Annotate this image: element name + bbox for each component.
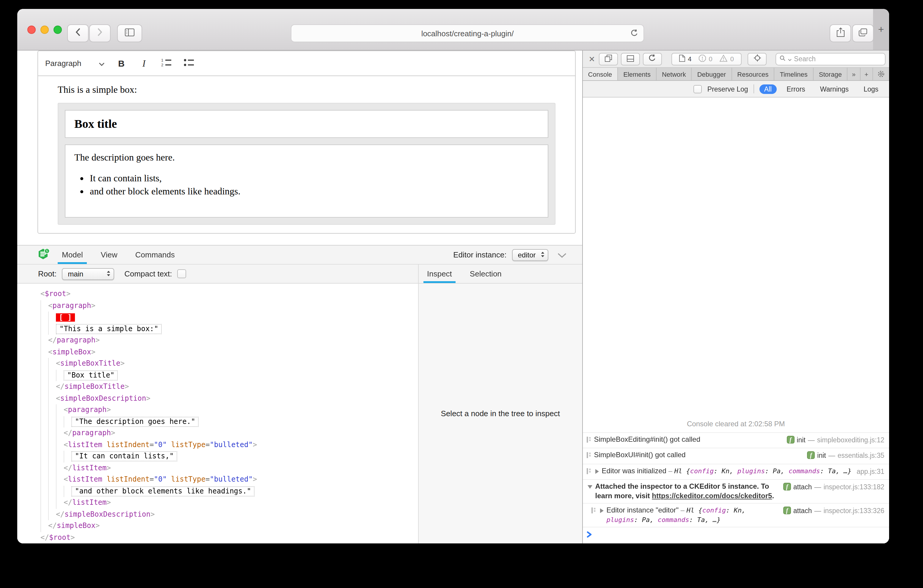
simple-box-description[interactable]: The description goes here. It can contai… [65, 145, 549, 218]
tree-text-node[interactable]: "Box title" [64, 370, 118, 381]
tab-elements[interactable]: Elements [618, 68, 657, 80]
tree-row-simpleBoxTitle[interactable]: <simpleBoxTitle> [41, 358, 418, 370]
root-select[interactable]: main [62, 268, 114, 280]
reload-icon[interactable] [631, 29, 638, 39]
share-button[interactable] [829, 25, 851, 42]
numbered-list-button[interactable]: 12 [159, 56, 174, 71]
tab-overview-button[interactable] [852, 25, 874, 42]
zoom-traffic-light[interactable] [54, 26, 62, 34]
scope-errors[interactable]: Errors [782, 84, 810, 94]
file-link[interactable]: inspector.js:133:182 [823, 483, 884, 492]
tree-text-node[interactable]: "The description goes here." [71, 417, 199, 427]
tree-row-simpleBoxDescription[interactable]: </simpleBoxDescription> [41, 509, 418, 520]
tree-row-paragraph[interactable]: </paragraph> [41, 427, 418, 439]
element-picker-button[interactable] [747, 53, 767, 65]
file-link[interactable]: inspector.js:133:326 [823, 507, 884, 516]
scope-logs[interactable]: Logs [859, 84, 883, 94]
simple-box-widget[interactable]: Box title The description goes here. It … [57, 103, 555, 225]
bold-button[interactable]: B [114, 56, 128, 71]
tree-row-$root[interactable]: <$root> [41, 288, 418, 300]
file-link[interactable]: simpleboxediting.js:12 [817, 435, 884, 445]
message-link[interactable]: https://ckeditor.com/docs/ckeditor5 [652, 491, 772, 500]
italic-icon: I [143, 58, 146, 69]
message-location: fattach—inspector.js:133:326 [783, 506, 884, 516]
tree-row-$root[interactable]: </$root> [41, 532, 418, 544]
file-link[interactable]: app.js:31 [857, 467, 884, 476]
inspector-tab-view[interactable]: View [101, 246, 117, 264]
disclosure-triangle[interactable] [595, 469, 599, 473]
tab-resources[interactable]: Resources [732, 68, 774, 80]
forward-button[interactable] [89, 25, 111, 42]
tab-console[interactable]: Console [583, 68, 618, 80]
list-item[interactable]: It can contain lists, [90, 172, 539, 184]
tab-storage[interactable]: Storage [814, 68, 848, 80]
back-icon [76, 28, 80, 39]
tree-row-text[interactable]: "and other block elements like headings.… [41, 485, 418, 497]
collapse-chevron-icon[interactable] [557, 250, 567, 260]
disclosure-triangle[interactable] [600, 508, 604, 513]
tree-row-paragraph[interactable]: <paragraph> [41, 300, 418, 312]
tree-row-listItem[interactable]: <listItem listIndent="0" listType="bulle… [41, 439, 418, 451]
description-paragraph[interactable]: The description goes here. [74, 152, 539, 163]
inspector-tab-model[interactable]: Model [62, 246, 83, 264]
tree-text-node[interactable]: "This is a simple box:" [56, 324, 162, 334]
tab-timelines[interactable]: Timelines [774, 68, 813, 80]
tree-row-paragraph[interactable]: </paragraph> [41, 335, 418, 346]
tab-network[interactable]: Network [657, 68, 692, 80]
tree-row-text[interactable]: "Box title" [41, 370, 418, 381]
inspector-search-field[interactable]: Search [775, 53, 885, 65]
tree-row-listItem[interactable]: </listItem> [41, 497, 418, 509]
tree-row-listItem[interactable]: <listItem listIndent="0" listType="bulle… [41, 474, 418, 485]
tab-debugger[interactable]: Debugger [692, 68, 732, 80]
overflow-chevrons-icon[interactable]: » [848, 68, 860, 80]
address-bar[interactable]: localhost/creating-a-plugin/ [291, 25, 644, 42]
reload-page-button[interactable] [642, 53, 662, 65]
bulleted-list-button[interactable] [182, 56, 196, 71]
simple-box-title[interactable]: Box title [65, 110, 549, 138]
root-label: Root: [38, 269, 56, 278]
editor-paragraph[interactable]: This is a simple box: [57, 84, 555, 95]
tree-row-text[interactable]: "The description goes here." [41, 416, 418, 427]
settings-gear-icon[interactable] [873, 68, 889, 80]
svg-text:1: 1 [161, 58, 163, 62]
close-inspector-button[interactable]: ✕ [589, 55, 595, 63]
scope-all[interactable]: All [759, 84, 777, 94]
tree-row-text[interactable]: "This is a simple box:" [41, 323, 418, 335]
tree-row-simpleBox[interactable]: <simpleBox> [41, 346, 418, 358]
file-link[interactable]: essentials.js:35 [838, 451, 884, 460]
resource-status-group[interactable]: 4 0 0 [671, 53, 742, 65]
heading-dropdown[interactable]: Paragraph [45, 59, 105, 68]
sidebar-button[interactable] [117, 25, 142, 42]
tree-row-selection[interactable]: [ ] [41, 312, 418, 323]
tree-row-simpleBoxDescription[interactable]: <simpleBoxDescription> [41, 393, 418, 404]
new-tab-button[interactable]: + [873, 9, 889, 50]
side-tab-selection[interactable]: Selection [466, 264, 505, 283]
tree-row-simpleBoxTitle[interactable]: </simpleBoxTitle> [41, 381, 418, 393]
scope-warnings[interactable]: Warnings [815, 84, 853, 94]
console-prompt[interactable] [583, 527, 889, 544]
tree-text-node[interactable]: "It can contain lists," [71, 452, 177, 462]
screen: localhost/creating-a-plugin/ + Paragr [0, 0, 923, 588]
tree-row-text[interactable]: "It can contain lists," [41, 451, 418, 462]
tree-row-simpleBox[interactable]: </simpleBox> [41, 520, 418, 532]
tree-row-listItem[interactable]: </listItem> [41, 462, 418, 474]
back-button[interactable] [67, 25, 89, 42]
add-tab-icon[interactable]: + [860, 68, 873, 80]
editor-instance-select[interactable]: editor [512, 249, 548, 261]
editor-editable[interactable]: This is a simple box: Box title The desc… [38, 84, 575, 225]
list-item[interactable]: and other block elements like headings. [90, 186, 539, 197]
close-traffic-light[interactable] [27, 26, 36, 34]
dock-bottom-button[interactable] [621, 53, 640, 65]
undock-button[interactable] [599, 53, 618, 65]
preserve-log-checkbox[interactable] [694, 85, 702, 93]
console-message: Editor was initialized – Hl {config: Kn,… [583, 464, 889, 480]
tree-text-node[interactable]: "and other block elements like headings.… [71, 486, 255, 496]
italic-button[interactable]: I [137, 56, 151, 71]
minimize-traffic-light[interactable] [41, 26, 49, 34]
tree-row-paragraph[interactable]: <paragraph> [41, 404, 418, 416]
compact-text-checkbox[interactable] [177, 269, 186, 278]
disclosure-triangle[interactable] [588, 485, 592, 489]
ckeditor: Paragraph B I 12 This is a simple [38, 51, 576, 234]
side-tab-inspect[interactable]: Inspect [424, 264, 455, 283]
inspector-tab-commands[interactable]: Commands [135, 246, 175, 264]
